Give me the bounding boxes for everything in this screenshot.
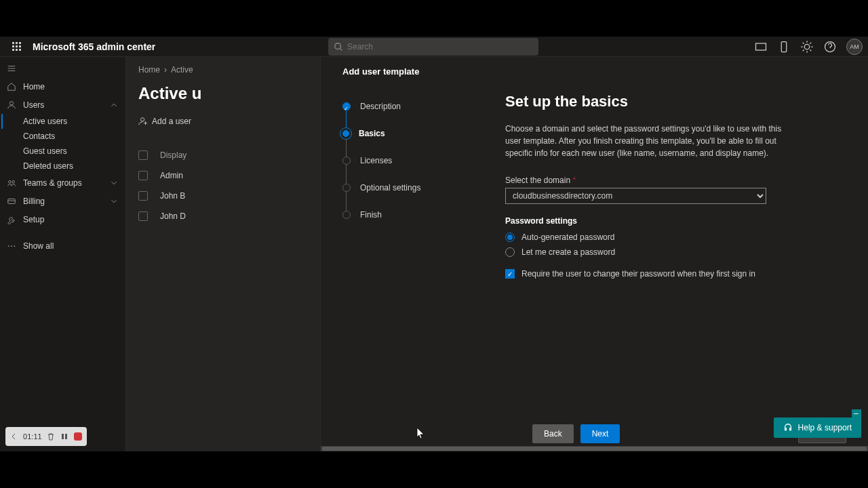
sidebar-sub-contacts[interactable]: Contacts — [0, 129, 125, 144]
help-icon[interactable] — [823, 40, 837, 54]
form-description: Choose a domain and select the password … — [505, 123, 790, 159]
svg-point-15 — [11, 245, 12, 247]
search-icon — [334, 42, 343, 52]
domain-label: Select the domain * — [505, 176, 790, 185]
table-row[interactable]: Admin — [138, 165, 186, 186]
radio-auto-password[interactable]: Auto-generated password — [505, 232, 790, 242]
chevron-up-icon — [109, 100, 119, 110]
svg-line-1 — [340, 49, 342, 51]
checkbox[interactable] — [138, 150, 148, 160]
horizontal-scrollbar[interactable] — [321, 446, 868, 451]
svg-point-16 — [14, 245, 16, 247]
step-finish[interactable]: Finish — [342, 201, 465, 228]
flyout-panel: Add user template Description Basics Lic… — [320, 57, 868, 451]
wrench-icon — [7, 215, 16, 224]
sidebar-item-setup[interactable]: Setup — [0, 210, 125, 228]
sidebar-sub-guest-users[interactable]: Guest users — [0, 144, 125, 159]
sidebar-item-label: Setup — [23, 215, 44, 224]
user-icon — [7, 100, 16, 110]
sidebar-item-teams[interactable]: Teams & groups — [0, 174, 125, 192]
sidebar-item-home[interactable]: Home — [0, 77, 125, 96]
page-title: Active u — [138, 84, 201, 103]
form: Set up the basics Choose a domain and se… — [505, 93, 790, 416]
pause-icon[interactable] — [60, 430, 69, 443]
svg-rect-18 — [62, 434, 64, 439]
flyout-title: Add user template — [321, 57, 868, 77]
domain-select[interactable]: cloudbusinessdirectory.com — [505, 188, 766, 204]
sidebar-collapse-icon[interactable] — [0, 60, 125, 77]
record-icon[interactable] — [73, 430, 83, 443]
back-icon[interactable] — [9, 430, 19, 443]
table-header: Display — [138, 145, 186, 165]
svg-point-14 — [8, 245, 9, 247]
card-icon — [7, 197, 16, 206]
back-button[interactable]: Back — [532, 424, 574, 443]
sidebar-sub-deleted-users[interactable]: Deleted users — [0, 159, 125, 174]
svg-point-9 — [9, 101, 13, 104]
checkbox[interactable] — [138, 211, 148, 221]
sidebar-sub-active-users[interactable]: Active users — [1, 114, 125, 129]
search-input[interactable] — [347, 42, 533, 52]
help-support-button[interactable]: Help & support — [774, 418, 861, 438]
add-user-icon — [138, 117, 148, 126]
sidebar-show-all[interactable]: Show all — [0, 237, 125, 255]
breadcrumb: Home › Active — [138, 65, 193, 75]
sidebar-item-label: Home — [23, 82, 45, 92]
password-section: Password settings — [505, 216, 790, 226]
search-box[interactable] — [328, 38, 538, 56]
step-licenses[interactable]: Licenses — [342, 147, 465, 174]
sidebar-item-label: Users — [23, 100, 44, 110]
trash-icon[interactable] — [46, 430, 56, 443]
toolbar-add-user[interactable]: Add a user — [138, 117, 191, 126]
recorder-widget[interactable]: 01:11 — [5, 427, 87, 446]
checkbox-require-change[interactable]: ✓Require the user to change their passwo… — [505, 269, 790, 279]
svg-point-17 — [141, 118, 144, 121]
home-icon — [7, 82, 16, 92]
svg-rect-3 — [781, 41, 787, 52]
checkbox[interactable] — [138, 171, 148, 180]
recorder-time: 01:11 — [23, 432, 42, 441]
radio-manual-password[interactable]: Let me create a password — [505, 247, 790, 257]
sidebar-item-label: Billing — [23, 197, 45, 206]
svg-point-4 — [804, 44, 810, 49]
svg-rect-19 — [65, 434, 67, 439]
svg-point-0 — [335, 43, 341, 49]
svg-point-10 — [9, 180, 12, 183]
sidebar-item-users[interactable]: Users — [0, 96, 125, 114]
chevron-down-icon — [109, 197, 119, 206]
sidebar: Home Users Active users Contacts Guest u… — [0, 57, 126, 451]
brand-title: Microsoft 365 admin center — [33, 41, 155, 52]
card-icon[interactable] — [754, 40, 768, 54]
headset-icon — [783, 423, 793, 432]
topbar: Microsoft 365 admin center AM — [0, 37, 868, 57]
svg-point-11 — [12, 180, 15, 183]
svg-rect-2 — [756, 43, 766, 50]
avatar[interactable]: AM — [846, 39, 863, 55]
sidebar-item-billing[interactable]: Billing — [0, 192, 125, 210]
checkbox[interactable] — [138, 191, 148, 201]
chevron-down-icon — [109, 178, 119, 188]
app-launcher-icon[interactable] — [5, 36, 27, 58]
form-heading: Set up the basics — [505, 93, 790, 110]
content: Home › Active Active u Add a user Displa… — [126, 57, 868, 451]
sidebar-item-label: Teams & groups — [23, 178, 82, 188]
svg-rect-12 — [8, 199, 16, 203]
stepper: Description Basics Licenses Optional set… — [342, 93, 465, 416]
step-description[interactable]: Description — [342, 93, 465, 120]
sidebar-item-label: Show all — [23, 241, 54, 251]
table-row[interactable]: John B — [138, 186, 186, 206]
device-icon[interactable] — [777, 40, 791, 54]
teams-icon — [7, 178, 16, 188]
step-basics[interactable]: Basics — [342, 120, 465, 147]
more-icon — [7, 241, 16, 251]
next-button[interactable]: Next — [580, 424, 620, 443]
table-row[interactable]: John D — [138, 206, 186, 226]
step-optional[interactable]: Optional settings — [342, 174, 465, 201]
gear-icon[interactable] — [800, 40, 814, 54]
